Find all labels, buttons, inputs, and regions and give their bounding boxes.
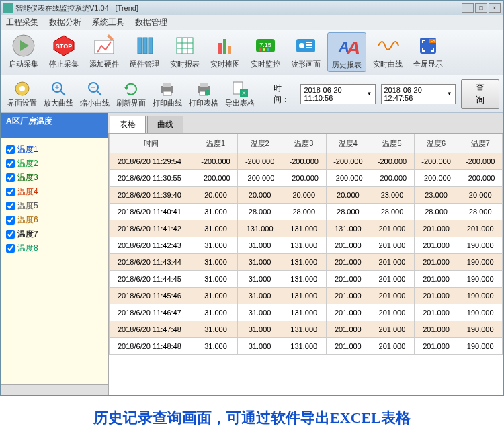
export-table-button[interactable]: X导出表格 bbox=[222, 78, 257, 110]
realtime-monitor-button[interactable]: 7:15实时监控 bbox=[247, 32, 284, 72]
toolbar-label: 添加硬件 bbox=[89, 59, 119, 69]
channel-checkbox[interactable] bbox=[6, 159, 15, 168]
channel-item[interactable]: 温度1 bbox=[3, 143, 105, 157]
channel-item[interactable]: 温度2 bbox=[3, 157, 105, 171]
print-table-button[interactable]: 打印表格 bbox=[186, 78, 221, 110]
cell-value: 201.000 bbox=[326, 321, 370, 338]
channel-checkbox[interactable] bbox=[6, 202, 15, 210]
channel-item[interactable]: 温度5 bbox=[3, 199, 105, 213]
channel-item[interactable]: 温度8 bbox=[3, 241, 105, 255]
tab-curve[interactable]: 曲线 bbox=[147, 116, 183, 133]
cell-value: -200.000 bbox=[194, 153, 238, 170]
cell-value: 131.000 bbox=[282, 254, 326, 271]
window-title: 智能仪表在线监控系统V1.04 - [Trend] bbox=[15, 3, 462, 13]
start-collect-button[interactable]: 启动采集 bbox=[5, 32, 42, 72]
channel-item[interactable]: 温度6 bbox=[3, 213, 105, 227]
cell-value: 28.000 bbox=[458, 204, 503, 220]
cell-value: 131.000 bbox=[282, 321, 326, 338]
table-row[interactable]: 2018/6/20 11:40:4131.00028.00028.00028.0… bbox=[110, 204, 503, 220]
menu-item[interactable]: 数据分析 bbox=[49, 17, 81, 28]
cell-value: -200.000 bbox=[194, 170, 238, 187]
table-row[interactable]: 2018/6/20 11:43:4431.00031.000131.000201… bbox=[110, 254, 503, 271]
svg-text:7:15: 7:15 bbox=[259, 42, 271, 48]
table-row[interactable]: 2018/6/20 11:44:4531.00031.000131.000201… bbox=[110, 271, 503, 288]
ui-settings-button[interactable]: 界面设置 bbox=[5, 78, 40, 110]
column-header[interactable]: 温度7 bbox=[458, 134, 503, 153]
table-row[interactable]: 2018/6/20 11:47:4831.00031.000131.000201… bbox=[110, 321, 503, 338]
table-row[interactable]: 2018/6/20 11:48:4831.00031.000131.000201… bbox=[110, 338, 503, 355]
channel-item[interactable]: 温度7 bbox=[3, 227, 105, 241]
toolbar-label: 启动采集 bbox=[9, 59, 38, 69]
table-row[interactable]: 2018/6/20 11:30:55-200.000-200.000-200.0… bbox=[110, 170, 503, 187]
column-header[interactable]: 温度4 bbox=[326, 134, 370, 153]
channel-checkbox[interactable] bbox=[6, 173, 15, 182]
channel-checkbox[interactable] bbox=[6, 188, 15, 196]
stop-collect-button[interactable]: STOP停止采集 bbox=[45, 32, 83, 72]
datetime-to[interactable]: 2018-06-20 12:47:56▼ bbox=[381, 84, 456, 104]
realtime-bar-button[interactable]: 实时棒图 bbox=[206, 32, 244, 72]
print-table-icon bbox=[194, 79, 213, 98]
cell-time: 2018/6/20 11:40:41 bbox=[110, 204, 194, 220]
table-row[interactable]: 2018/6/20 11:46:4731.00031.000131.000201… bbox=[110, 304, 503, 321]
fullscreen-button[interactable]: F5全屏显示 bbox=[409, 32, 447, 72]
menu-item[interactable]: 工程采集 bbox=[6, 17, 38, 28]
realtime-curve-button[interactable]: 实时曲线 bbox=[369, 32, 407, 72]
cell-value: 131.000 bbox=[238, 220, 282, 237]
table-row[interactable]: 2018/6/20 11:42:4331.00031.000131.000201… bbox=[110, 237, 503, 254]
page-caption: 历史记录查询画面，可通过软件导出EXCEL表格 bbox=[0, 396, 504, 440]
menu-item[interactable]: 系统工具 bbox=[92, 17, 124, 28]
column-header[interactable]: 温度5 bbox=[370, 134, 415, 153]
channel-checkbox[interactable] bbox=[6, 216, 15, 225]
realtime-report-button[interactable]: 实时报表 bbox=[166, 32, 204, 72]
history-report-button[interactable]: AA历史报表 bbox=[327, 32, 366, 72]
column-header[interactable]: 温度3 bbox=[282, 134, 326, 153]
channel-item[interactable]: 温度3 bbox=[3, 171, 105, 185]
sidebar-scrollbar[interactable] bbox=[1, 384, 108, 395]
zoom-in-button[interactable]: 放大曲线 bbox=[41, 78, 76, 110]
column-header[interactable]: 温度1 bbox=[194, 134, 238, 153]
channel-checkbox[interactable] bbox=[6, 145, 15, 154]
datetime-from[interactable]: 2018-06-20 11:10:56▼ bbox=[300, 84, 375, 104]
tab-table[interactable]: 表格 bbox=[110, 116, 146, 133]
cell-value: 28.000 bbox=[238, 204, 282, 220]
channel-label: 温度5 bbox=[17, 200, 38, 212]
toolbar-label: 打印曲线 bbox=[153, 98, 182, 108]
channel-label: 温度6 bbox=[17, 214, 38, 226]
close-button[interactable]: × bbox=[489, 3, 501, 13]
table-row[interactable]: 2018/6/20 11:29:54-200.000-200.000-200.0… bbox=[110, 153, 503, 170]
svg-rect-24 bbox=[306, 42, 312, 43]
menu-item[interactable]: 数据管理 bbox=[135, 17, 167, 28]
channel-checkbox[interactable] bbox=[6, 230, 15, 239]
channel-checkbox[interactable] bbox=[6, 244, 15, 253]
refresh-icon bbox=[122, 79, 140, 98]
print-curve-button[interactable]: 打印曲线 bbox=[150, 78, 185, 110]
channel-item[interactable]: 温度4 bbox=[3, 185, 105, 199]
refresh-button[interactable]: 刷新界面 bbox=[114, 78, 149, 110]
column-header[interactable]: 温度6 bbox=[414, 134, 458, 153]
add-hardware-button[interactable]: 添加硬件 bbox=[85, 32, 123, 72]
table-row[interactable]: 2018/6/20 11:45:4631.00031.000131.000201… bbox=[110, 288, 503, 304]
cell-value: 201.000 bbox=[370, 254, 415, 271]
cell-value: 31.000 bbox=[194, 204, 238, 220]
query-button[interactable]: 查询 bbox=[461, 79, 499, 109]
zoom-out-button[interactable]: 缩小曲线 bbox=[77, 78, 112, 110]
print-curve-icon bbox=[158, 79, 177, 98]
table-row[interactable]: 2018/6/20 11:41:4231.000131.000131.00013… bbox=[110, 220, 503, 237]
cell-value: 190.000 bbox=[458, 237, 503, 254]
column-header[interactable]: 温度2 bbox=[238, 134, 282, 153]
cell-value: 201.000 bbox=[326, 237, 370, 254]
data-table-wrap[interactable]: 时间温度1温度2温度3温度4温度5温度6温度7 2018/6/20 11:29:… bbox=[108, 133, 503, 395]
column-header[interactable]: 时间 bbox=[110, 134, 194, 153]
waveform-button[interactable]: 波形画面 bbox=[287, 32, 325, 72]
toolbar-label: 历史报表 bbox=[332, 60, 362, 70]
cell-value: -200.000 bbox=[414, 170, 458, 187]
restore-button[interactable]: □ bbox=[475, 3, 487, 13]
cell-value: 28.000 bbox=[326, 204, 370, 220]
cell-value: 31.000 bbox=[238, 304, 282, 321]
hardware-mgmt-button[interactable]: 硬件管理 bbox=[126, 32, 163, 72]
channel-label: 温度2 bbox=[17, 158, 38, 169]
svg-text:F5: F5 bbox=[430, 39, 435, 43]
table-row[interactable]: 2018/6/20 11:39:4020.00020.00020.00020.0… bbox=[110, 187, 503, 204]
cell-value: -200.000 bbox=[326, 170, 370, 187]
minimize-button[interactable]: _ bbox=[462, 3, 474, 13]
